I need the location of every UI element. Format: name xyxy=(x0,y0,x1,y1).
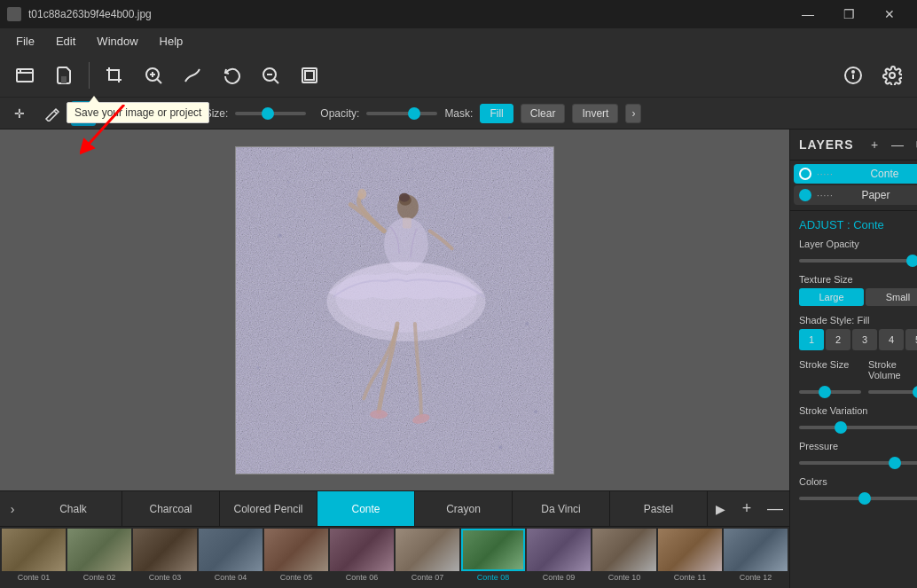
info-button[interactable] xyxy=(835,58,871,93)
app-icon xyxy=(7,7,21,21)
filter-tab-remove-button[interactable]: — xyxy=(761,491,789,527)
frame-button[interactable] xyxy=(292,58,327,93)
layer-name-paper: Paper xyxy=(839,189,913,201)
thumb-label-06: Conte 06 xyxy=(346,573,379,582)
save-button[interactable] xyxy=(46,58,82,93)
open-image-button[interactable] xyxy=(7,58,43,93)
layers-header: LAYERS + — ⧉ xyxy=(790,129,917,161)
thumb-conte-12[interactable]: Conte 12 xyxy=(724,529,788,586)
thumb-conte-03[interactable]: Conte 03 xyxy=(133,529,197,586)
shade-btn-3[interactable]: 3 xyxy=(852,329,877,350)
shade-style-section: Shade Style: Fill 1 2 3 4 5 xyxy=(799,315,917,350)
texture-small-button[interactable]: Small xyxy=(866,288,917,306)
maximize-button[interactable]: ❒ xyxy=(828,0,869,28)
svg-point-45 xyxy=(534,410,537,413)
menu-file[interactable]: File xyxy=(7,31,43,51)
filter-tabs-play[interactable]: ▶ xyxy=(708,491,733,527)
toolbar-separator xyxy=(89,62,90,89)
add-layer-button[interactable]: + xyxy=(865,135,884,154)
menu-edit[interactable]: Edit xyxy=(47,31,84,51)
close-button[interactable]: ✕ xyxy=(869,0,910,28)
settings-button[interactable] xyxy=(874,58,910,93)
layer-dots-conte: ····· xyxy=(817,169,834,179)
layer-opacity-slider[interactable] xyxy=(799,259,917,263)
shade-btn-1[interactable]: 1 xyxy=(799,329,824,350)
tab-pastel[interactable]: Pastel xyxy=(610,491,708,527)
svg-point-13 xyxy=(852,71,854,73)
thumb-conte-01[interactable]: Conte 01 xyxy=(2,529,66,586)
layer-visibility-conte[interactable] xyxy=(799,168,811,180)
filter-tabs-scroll-left[interactable]: › xyxy=(0,491,25,527)
zoom-in-button[interactable] xyxy=(136,58,171,93)
shade-btn-5[interactable]: 5 xyxy=(905,329,917,350)
svg-point-14 xyxy=(890,73,895,78)
menu-window[interactable]: Window xyxy=(88,31,146,51)
svg-point-43 xyxy=(525,321,529,325)
tab-davinci[interactable]: Da Vinci xyxy=(513,491,610,527)
stroke-volume-slider[interactable] xyxy=(868,390,917,394)
stroke-variation-label: Stroke Variation xyxy=(799,405,917,416)
brush-size-slider[interactable] xyxy=(235,112,306,115)
adjust-title: ADJUST : Conte ⚙ xyxy=(799,218,917,231)
filter-tab-add-button[interactable]: + xyxy=(733,491,761,527)
colors-section: Colors xyxy=(799,476,917,503)
menu-help[interactable]: Help xyxy=(151,31,192,51)
thumb-conte-08[interactable]: Conte 08 xyxy=(461,529,525,586)
tab-colored-pencil[interactable]: Colored Pencil xyxy=(220,491,317,527)
svg-rect-10 xyxy=(305,71,314,80)
thumb-conte-06[interactable]: Conte 06 xyxy=(330,529,394,586)
curve-button[interactable] xyxy=(175,58,210,93)
clear-button[interactable]: Clear xyxy=(521,104,566,123)
shade-btn-4[interactable]: 4 xyxy=(879,329,904,350)
tab-charcoal[interactable]: Charcoal xyxy=(122,491,220,527)
more-button[interactable]: › xyxy=(625,104,641,123)
svg-point-47 xyxy=(498,445,502,449)
colors-label: Colors xyxy=(799,476,917,487)
shade-btn-2[interactable]: 2 xyxy=(826,329,850,350)
pressure-section: Pressure xyxy=(799,441,917,467)
texture-large-button[interactable]: Large xyxy=(799,288,864,306)
layer-item-paper[interactable]: ····· Paper xyxy=(794,185,917,205)
sketch-tool-button[interactable] xyxy=(39,101,64,126)
thumb-conte-05[interactable]: Conte 05 xyxy=(264,529,328,586)
copy-layer-button[interactable]: ⧉ xyxy=(911,135,917,154)
invert-button[interactable]: Invert xyxy=(572,104,618,123)
opacity-slider[interactable] xyxy=(366,112,437,115)
stroke-variation-slider[interactable] xyxy=(799,426,917,429)
tab-conte[interactable]: Conte xyxy=(317,491,415,527)
filter-tabs: › Chalk Charcoal Colored Pencil Conte Cr… xyxy=(0,490,789,526)
crop-button[interactable] xyxy=(97,58,132,93)
layer-visibility-paper[interactable] xyxy=(799,189,811,201)
thumb-conte-02[interactable]: Conte 02 xyxy=(67,529,131,586)
mask-label: Mask: xyxy=(444,107,473,120)
layer-name-conte: Conte xyxy=(839,168,917,180)
svg-rect-40 xyxy=(236,147,553,474)
tab-chalk[interactable]: Chalk xyxy=(25,491,122,527)
remove-layer-button[interactable]: — xyxy=(888,135,907,154)
tooltip: Save your image or project xyxy=(67,102,209,123)
thumb-conte-10[interactable]: Conte 10 xyxy=(592,529,656,586)
thumb-label-03: Conte 03 xyxy=(149,573,182,582)
thumb-img-11 xyxy=(658,529,722,571)
pressure-slider[interactable] xyxy=(799,461,917,465)
thumb-label-04: Conte 04 xyxy=(215,573,247,582)
thumb-label-07: Conte 07 xyxy=(411,573,444,582)
redo-button[interactable] xyxy=(214,58,249,93)
layer-item-conte[interactable]: ····· Conte xyxy=(794,164,917,184)
thumb-conte-04[interactable]: Conte 04 xyxy=(199,529,263,586)
minimize-button[interactable]: — xyxy=(788,0,828,28)
stroke-size-label: Stroke Size xyxy=(799,359,861,370)
move-tool-button[interactable]: ✛ xyxy=(7,101,32,126)
stroke-size-slider[interactable] xyxy=(799,390,861,394)
thumb-img-06 xyxy=(330,529,394,571)
thumb-conte-11[interactable]: Conte 11 xyxy=(658,529,722,586)
thumb-conte-09[interactable]: Conte 09 xyxy=(527,529,591,586)
fill-button[interactable]: Fill xyxy=(480,104,513,123)
pressure-label: Pressure xyxy=(799,441,917,451)
colors-slider[interactable] xyxy=(799,497,917,500)
zoom-out-button[interactable] xyxy=(253,58,288,93)
thumb-conte-07[interactable]: Conte 07 xyxy=(396,529,459,586)
tab-crayon[interactable]: Crayon xyxy=(415,491,513,527)
canvas-area[interactable] xyxy=(0,129,789,490)
thumb-label-09: Conte 09 xyxy=(543,573,576,582)
